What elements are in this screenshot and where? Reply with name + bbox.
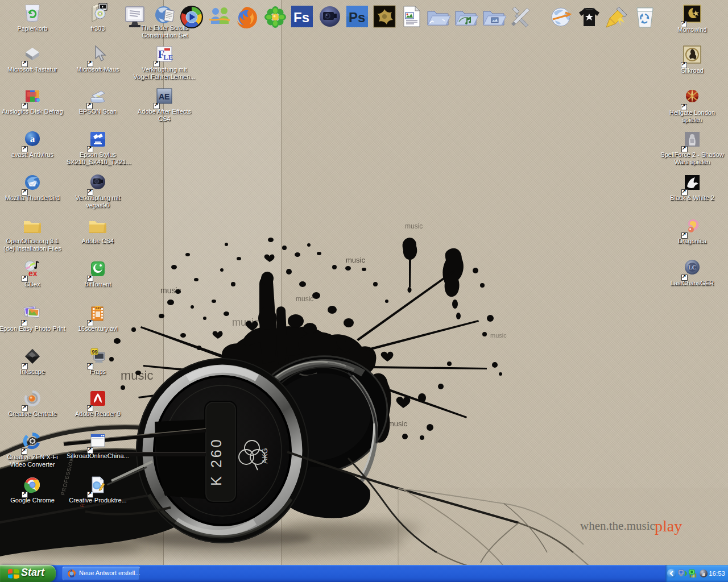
svg-text:ex: ex: [28, 269, 38, 278]
svg-text:F4V: F4V: [96, 306, 101, 310]
svg-text:Fs: Fs: [293, 10, 309, 25]
svg-text:a: a: [702, 571, 705, 577]
svg-text:LC: LC: [688, 264, 696, 271]
svg-text:LE: LE: [163, 53, 173, 61]
svg-text:AE: AE: [159, 92, 169, 101]
svg-text:music: music: [490, 332, 507, 339]
svg-text:music: music: [388, 419, 407, 428]
svg-text:K 260: K 260: [208, 437, 224, 485]
svg-text:when.the.music.: when.the.music.: [580, 519, 658, 533]
svg-text:music: music: [346, 256, 365, 264]
svg-text:music: music: [296, 295, 313, 303]
svg-text:a: a: [30, 134, 35, 144]
svg-text:99: 99: [92, 349, 98, 355]
svg-text:play: play: [655, 517, 682, 535]
svg-text:AKG: AKG: [260, 448, 269, 463]
svg-text:music: music: [405, 222, 423, 230]
svg-text:Ps: Ps: [349, 10, 365, 25]
